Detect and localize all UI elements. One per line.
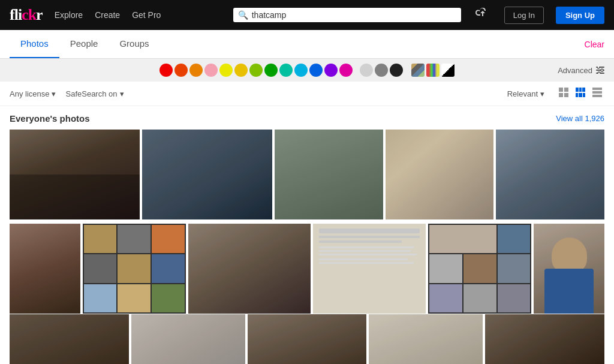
photo-item[interactable] bbox=[485, 314, 604, 364]
svg-rect-12 bbox=[582, 88, 585, 92]
photo-row-2 bbox=[10, 224, 604, 312]
photo-item[interactable] bbox=[313, 224, 426, 314]
photo-item[interactable] bbox=[248, 314, 367, 364]
search-bar: 🔍 bbox=[233, 8, 461, 22]
view-list-button[interactable] bbox=[590, 86, 604, 101]
tab-groups[interactable]: Groups bbox=[109, 30, 159, 58]
color-filter-dark[interactable] bbox=[390, 64, 403, 77]
color-filter-magenta[interactable] bbox=[339, 64, 353, 77]
color-filter-blue[interactable] bbox=[309, 64, 323, 77]
color-filter-red[interactable] bbox=[159, 64, 173, 77]
svg-rect-9 bbox=[564, 93, 568, 97]
color-filter-cyan[interactable] bbox=[294, 64, 308, 77]
photo-item[interactable] bbox=[10, 314, 129, 364]
photo-item[interactable] bbox=[83, 224, 186, 314]
options-left: Any license ▾ SafeSearch on ▾ bbox=[10, 89, 498, 98]
view-icons bbox=[556, 86, 604, 101]
photo-item[interactable] bbox=[534, 224, 604, 314]
nav-create[interactable]: Create bbox=[95, 10, 120, 20]
login-button[interactable]: Log In bbox=[504, 7, 544, 24]
advanced-filter-button[interactable]: Advanced bbox=[558, 66, 604, 75]
svg-point-5 bbox=[598, 72, 600, 74]
flickr-logo: flickr bbox=[10, 6, 43, 24]
svg-rect-14 bbox=[579, 93, 582, 97]
photo-item[interactable] bbox=[369, 314, 483, 364]
upload-button[interactable] bbox=[473, 5, 492, 25]
color-filter-teal[interactable] bbox=[279, 64, 293, 77]
svg-rect-11 bbox=[579, 88, 582, 92]
search-icon: 🔍 bbox=[238, 10, 248, 20]
photo-item[interactable] bbox=[496, 130, 604, 219]
svg-rect-8 bbox=[559, 93, 563, 97]
color-filter-mid-gray[interactable] bbox=[375, 64, 388, 77]
content: Everyone's photos View all 1,926 bbox=[0, 106, 614, 364]
color-filter-multicolor2[interactable] bbox=[426, 64, 440, 77]
svg-rect-18 bbox=[592, 95, 602, 97]
photo-item[interactable] bbox=[10, 130, 140, 219]
color-filter-yellow[interactable] bbox=[219, 64, 233, 77]
view-grid-button[interactable] bbox=[556, 86, 571, 101]
search-input[interactable] bbox=[252, 10, 456, 20]
color-filter-multicolor1[interactable] bbox=[411, 64, 425, 77]
section-title: Everyone's photos bbox=[10, 113, 90, 124]
svg-rect-10 bbox=[576, 88, 579, 92]
content-header: Everyone's photos View all 1,926 bbox=[10, 113, 604, 124]
color-filter-gold[interactable] bbox=[234, 64, 248, 77]
tab-people[interactable]: People bbox=[59, 30, 109, 58]
nav-get-pro[interactable]: Get Pro bbox=[132, 10, 161, 20]
tab-photos[interactable]: Photos bbox=[10, 30, 59, 58]
svg-rect-13 bbox=[576, 93, 578, 97]
photo-item[interactable] bbox=[142, 130, 272, 219]
chevron-down-icon: ▾ bbox=[52, 89, 56, 98]
svg-rect-15 bbox=[583, 93, 585, 97]
options-right: Relevant ▾ bbox=[507, 86, 604, 101]
svg-rect-7 bbox=[564, 88, 568, 92]
color-filter-purple[interactable] bbox=[324, 64, 338, 77]
color-filter-light-gray[interactable] bbox=[360, 64, 373, 77]
view-justified-button[interactable] bbox=[573, 86, 588, 101]
header: flickr Explore Create Get Pro 🔍 Log In S… bbox=[0, 0, 614, 30]
color-filter-pink[interactable] bbox=[204, 64, 218, 77]
photo-item[interactable] bbox=[386, 130, 494, 219]
photo-item[interactable] bbox=[428, 224, 531, 314]
advanced-label: Advanced bbox=[558, 66, 592, 75]
photo-item[interactable] bbox=[10, 224, 80, 314]
sub-nav: Photos People Groups Clear bbox=[0, 30, 614, 59]
sort-dropdown[interactable]: Relevant ▾ bbox=[507, 89, 544, 98]
photo-item[interactable] bbox=[188, 224, 311, 314]
color-filter-orange-red[interactable] bbox=[174, 64, 188, 77]
photo-item[interactable] bbox=[275, 130, 383, 219]
svg-point-3 bbox=[597, 67, 600, 68]
photo-row-1 bbox=[10, 130, 604, 221]
options-bar: Any license ▾ SafeSearch on ▾ Relevant ▾ bbox=[0, 82, 614, 106]
color-filter-bw[interactable] bbox=[441, 64, 455, 77]
chevron-down-icon: ▾ bbox=[540, 89, 544, 98]
svg-rect-6 bbox=[559, 88, 563, 92]
svg-rect-16 bbox=[592, 88, 602, 90]
photo-item[interactable] bbox=[131, 314, 245, 364]
color-filter-green[interactable] bbox=[264, 64, 278, 77]
safesearch-dropdown[interactable]: SafeSearch on ▾ bbox=[65, 89, 124, 98]
chevron-down-icon: ▾ bbox=[120, 89, 124, 98]
filters-bar: Advanced bbox=[0, 59, 614, 82]
svg-rect-17 bbox=[592, 91, 602, 94]
color-filter-orange[interactable] bbox=[189, 64, 203, 77]
color-filter-lime[interactable] bbox=[249, 64, 263, 77]
nav-explore[interactable]: Explore bbox=[55, 10, 83, 20]
license-dropdown[interactable]: Any license ▾ bbox=[10, 89, 56, 98]
clear-button[interactable]: Clear bbox=[585, 40, 604, 49]
signup-button[interactable]: Sign Up bbox=[556, 7, 604, 24]
svg-point-4 bbox=[601, 69, 603, 71]
photo-row-3 bbox=[10, 314, 604, 364]
sub-nav-tabs: Photos People Groups bbox=[10, 30, 160, 58]
view-all-link[interactable]: View all 1,926 bbox=[556, 114, 604, 123]
